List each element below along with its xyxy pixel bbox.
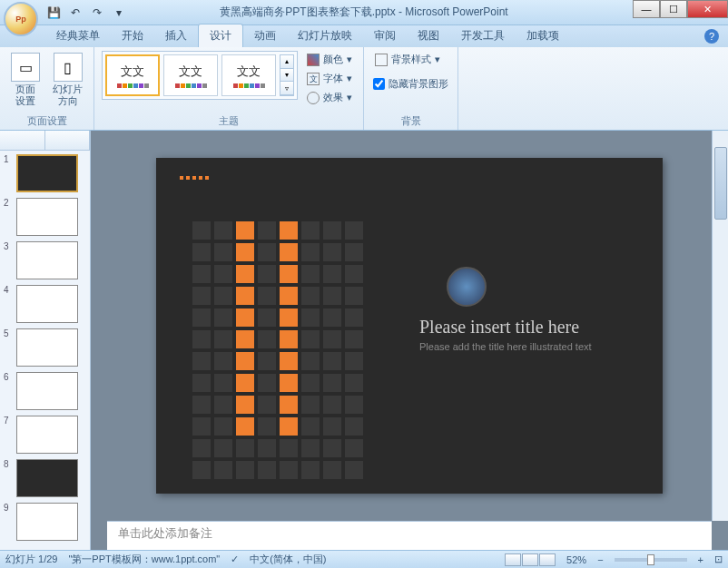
thumbnail-slide[interactable] bbox=[16, 241, 78, 279]
slideshow-view-button[interactable] bbox=[539, 553, 556, 566]
tab-slideshow[interactable]: 幻灯片放映 bbox=[287, 24, 363, 47]
thumb-tab-slides[interactable] bbox=[0, 131, 45, 150]
normal-view-button[interactable] bbox=[505, 553, 521, 566]
thumbnail-row: 7 bbox=[4, 416, 86, 454]
tab-classic-menu[interactable]: 经典菜单 bbox=[45, 24, 111, 47]
sorter-view-button[interactable] bbox=[522, 553, 538, 566]
gallery-down-icon[interactable]: ▾ bbox=[280, 69, 293, 83]
thumbnail-row: 5 bbox=[4, 328, 86, 367]
thumbnail-slide[interactable] bbox=[16, 198, 78, 236]
zoom-out-button[interactable]: − bbox=[597, 554, 603, 565]
ribbon-group-background: 背景样式 ▾ 隐藏背景图形 背景 bbox=[364, 47, 458, 130]
thumb-panel-tabs bbox=[0, 131, 90, 151]
theme-colors-button[interactable]: 颜色 ▾ bbox=[303, 51, 356, 68]
slide-accent-dots bbox=[180, 176, 209, 180]
avatar-placeholder bbox=[447, 267, 487, 307]
slide-subtitle-text[interactable]: Please add the title here illustrated te… bbox=[419, 341, 592, 352]
spellcheck-icon[interactable]: ✓ bbox=[231, 553, 239, 565]
view-buttons bbox=[505, 553, 556, 566]
thumbnail-row: 8 bbox=[4, 459, 86, 497]
minimize-button[interactable]: — bbox=[633, 0, 660, 18]
qat-dropdown-icon[interactable]: ▾ bbox=[111, 5, 127, 21]
thumbnail-slide[interactable] bbox=[16, 154, 78, 192]
tab-home[interactable]: 开始 bbox=[111, 24, 154, 47]
zoom-slider-thumb[interactable] bbox=[647, 554, 654, 565]
thumbnail-slide[interactable] bbox=[16, 372, 78, 410]
tab-review[interactable]: 审阅 bbox=[363, 24, 407, 47]
thumbnail-number: 5 bbox=[4, 328, 13, 338]
thumbnail-slide[interactable] bbox=[16, 503, 78, 541]
gallery-up-icon[interactable]: ▴ bbox=[280, 55, 293, 69]
thumbnail-slide[interactable] bbox=[16, 285, 78, 323]
theme-gallery-nav: ▴ ▾ ▿ bbox=[280, 54, 294, 96]
title-bar: Pp 💾 ↶ ↷ ▾ 黄黑高端商务PPT图表整套下载.pptx - Micros… bbox=[0, 0, 728, 25]
maximize-button[interactable]: ☐ bbox=[660, 0, 687, 18]
background-icon bbox=[375, 54, 388, 66]
background-styles-button[interactable]: 背景样式 ▾ bbox=[371, 51, 444, 68]
ribbon-group-themes: 文文 文文 文文 ▴ ▾ ▿ 颜色 ▾ 文字体 bbox=[94, 47, 364, 130]
thumbnail-row: 2 bbox=[4, 198, 86, 236]
thumbnail-list[interactable]: 123456789 bbox=[0, 151, 90, 550]
theme-item-1[interactable]: 文文 bbox=[105, 54, 160, 96]
hide-background-checkbox[interactable]: 隐藏背景图形 bbox=[371, 75, 450, 93]
zoom-slider[interactable] bbox=[615, 558, 687, 562]
status-bar: 幻灯片 1/29 "第一PPT模板网：www.1ppt.com" ✓ 中文(简体… bbox=[0, 550, 728, 568]
tab-animation[interactable]: 动画 bbox=[243, 24, 287, 47]
thumbnail-row: 9 bbox=[4, 503, 86, 541]
thumbnail-number: 6 bbox=[4, 372, 13, 382]
gallery-more-icon[interactable]: ▿ bbox=[280, 82, 293, 95]
thumbnail-number: 7 bbox=[4, 416, 13, 426]
status-language[interactable]: 中文(简体，中国) bbox=[250, 553, 326, 566]
theme-item-2[interactable]: 文文 bbox=[163, 54, 218, 96]
tab-view[interactable]: 视图 bbox=[407, 24, 450, 47]
scrollbar-thumb[interactable] bbox=[714, 147, 727, 220]
workspace: 123456789 Please insert title here Pleas… bbox=[0, 131, 728, 550]
window-controls: — ☐ ✕ bbox=[633, 0, 728, 18]
slide-canvas[interactable]: Please insert title here Please add the … bbox=[156, 158, 663, 494]
thumbnail-number: 2 bbox=[4, 198, 13, 208]
status-site-text: "第一PPT模板网：www.1ppt.com" bbox=[68, 553, 220, 566]
effects-icon bbox=[307, 92, 320, 104]
group-label-themes: 主题 bbox=[102, 113, 356, 128]
page-setup-button[interactable]: ▭ 页面 设置 bbox=[7, 51, 44, 109]
fit-window-button[interactable]: ⊡ bbox=[714, 553, 723, 565]
colors-icon bbox=[307, 54, 320, 66]
window-title: 黄黑高端商务PPT图表整套下载.pptx - Microsoft PowerPo… bbox=[220, 5, 507, 20]
redo-icon[interactable]: ↷ bbox=[89, 5, 105, 21]
group-label-page-setup: 页面设置 bbox=[7, 113, 86, 128]
close-button[interactable]: ✕ bbox=[687, 0, 728, 18]
slide-title-text[interactable]: Please insert title here bbox=[419, 317, 579, 338]
zoom-in-button[interactable]: + bbox=[698, 554, 703, 565]
slide-orientation-button[interactable]: ▯ 幻灯片 方向 bbox=[49, 51, 86, 109]
orientation-icon: ▯ bbox=[54, 53, 83, 82]
quick-access-toolbar: 💾 ↶ ↷ ▾ bbox=[45, 5, 127, 21]
tab-developer[interactable]: 开发工具 bbox=[450, 24, 516, 47]
undo-icon[interactable]: ↶ bbox=[67, 5, 84, 21]
help-icon[interactable]: ? bbox=[704, 29, 719, 44]
thumbnail-slide[interactable] bbox=[16, 459, 78, 497]
slide-editor: Please insert title here Please add the … bbox=[91, 131, 728, 550]
tab-design[interactable]: 设计 bbox=[198, 24, 243, 47]
notes-pane[interactable]: 单击此处添加备注 bbox=[107, 521, 712, 550]
office-button[interactable]: Pp bbox=[4, 2, 38, 36]
vertical-scrollbar[interactable] bbox=[712, 131, 728, 521]
thumbnail-row: 3 bbox=[4, 241, 86, 279]
ribbon: ▭ 页面 设置 ▯ 幻灯片 方向 页面设置 文文 文文 文文 bbox=[0, 47, 728, 131]
theme-fonts-button[interactable]: 文字体 ▾ bbox=[303, 70, 356, 87]
thumbnail-number: 4 bbox=[4, 285, 13, 295]
thumbnail-slide[interactable] bbox=[16, 328, 78, 367]
theme-effects-button[interactable]: 效果 ▾ bbox=[303, 89, 356, 106]
page-setup-icon: ▭ bbox=[11, 53, 40, 82]
slide-area[interactable]: Please insert title here Please add the … bbox=[91, 131, 728, 521]
thumbnail-row: 1 bbox=[4, 154, 86, 192]
thumb-tab-outline[interactable] bbox=[45, 131, 91, 150]
theme-item-3[interactable]: 文文 bbox=[221, 54, 276, 96]
save-icon[interactable]: 💾 bbox=[45, 5, 62, 21]
thumbnail-slide[interactable] bbox=[16, 416, 78, 454]
tab-insert[interactable]: 插入 bbox=[154, 24, 198, 47]
theme-gallery: 文文 文文 文文 ▴ ▾ ▿ bbox=[102, 51, 298, 100]
tab-addins[interactable]: 加载项 bbox=[516, 24, 570, 47]
zoom-level[interactable]: 52% bbox=[566, 554, 586, 565]
thumbnail-row: 6 bbox=[4, 372, 86, 410]
thumbnail-row: 4 bbox=[4, 285, 86, 323]
